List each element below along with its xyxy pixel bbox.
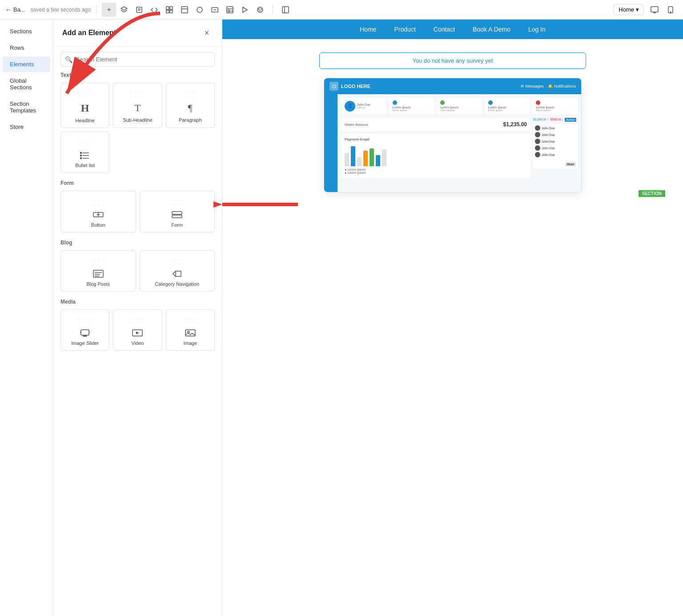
dash-logo-icon: ⬡	[329, 82, 338, 91]
svg-point-32	[80, 155, 82, 156]
nav-contact[interactable]: Contact	[434, 26, 455, 33]
image-slider-icon	[80, 329, 90, 337]
close-panel-button[interactable]: ×	[201, 27, 213, 39]
site-preview: Home Product Contact Book A Demo Log In …	[222, 20, 683, 616]
canvas-area: Home Product Contact Book A Demo Log In …	[222, 20, 683, 616]
shape-btn[interactable]	[193, 3, 207, 17]
dash-stat-4: Lorem Ipsum lorem ipsum	[532, 98, 578, 114]
add-element-panel: Add an Element × 🔍 Text · · · ·· · · · H…	[53, 20, 222, 616]
sub-headline-label: Sub-Headline	[123, 117, 153, 123]
svg-point-20	[257, 7, 263, 12]
video-element[interactable]: · · · ·· · · · Video	[113, 309, 162, 351]
desktop-view-btn[interactable]	[647, 3, 662, 17]
svg-point-29	[670, 12, 671, 12]
stat-4-label: Lorem Ipsum	[536, 106, 574, 109]
chevron-down-icon: ▾	[636, 6, 639, 13]
headline-element[interactable]: · · · ·· · · · H Headline	[60, 83, 109, 128]
stat-1-sub: lorem ipsum	[393, 109, 431, 112]
form-btn[interactable]	[208, 3, 222, 17]
user-dot-1	[535, 125, 540, 131]
nav-product[interactable]: Product	[394, 26, 416, 33]
dash-header: ⬡ LOGO HERE ✉ Messages 🔔 Notifications	[324, 78, 581, 94]
form-element[interactable]: · · · ·· · · · Form	[140, 191, 215, 232]
form-elements-grid: · · · ·· · · · Button · · · ·· · · ·	[60, 191, 215, 232]
survey-banner-text: You do not have any survey yet	[413, 57, 493, 64]
sidebar-item-section-templates[interactable]: Section Templates	[3, 96, 50, 118]
grid-btn[interactable]	[162, 3, 177, 17]
layout-btn[interactable]	[177, 3, 192, 17]
dash-wallet: Wallet Balance $1,235.00	[341, 118, 530, 131]
user-dot-5	[535, 152, 540, 157]
search-icon: 🔍	[65, 56, 72, 63]
pages-btn[interactable]	[132, 3, 146, 17]
text-category-label: Text	[60, 72, 215, 78]
dash-left-col: Wallet Balance $1,235.00 Payment Graph	[341, 118, 530, 178]
stat-dot-2	[440, 100, 445, 105]
sidebar-toggle-btn[interactable]	[278, 3, 293, 17]
media-btn[interactable]	[238, 3, 252, 17]
video-icon	[132, 329, 143, 337]
sidebar-item-rows[interactable]: Rows	[3, 40, 50, 56]
blog-elements-grid: · · · ·· · · · Blog Posts · · · ·· · · ·	[60, 250, 215, 292]
sub-headline-element[interactable]: · · · ·· · · · T Sub-Headline	[113, 83, 162, 128]
dots-pattern: · · · ·· · · ·	[170, 198, 184, 207]
emoji-btn[interactable]	[253, 3, 267, 17]
bullet-list-icon	[80, 151, 90, 159]
bar-6	[376, 155, 380, 166]
legend-1: ● Lorem Ipsum	[345, 168, 527, 171]
paragraph-element[interactable]: · · · ·· · · · ¶ Paragraph	[166, 83, 215, 128]
bar-5	[370, 148, 374, 166]
nav-home[interactable]: Home	[360, 26, 376, 33]
stat-4-sub: lorem ipsum	[536, 109, 574, 112]
sub-headline-icon: T	[135, 102, 141, 114]
add-element-toolbar-btn[interactable]: +	[102, 3, 116, 17]
svg-rect-3	[137, 7, 142, 12]
user-avatar: 👤	[345, 101, 355, 112]
user-row-5: John Doe	[535, 152, 576, 157]
blog-category-label: Blog	[60, 240, 215, 246]
svg-rect-23	[282, 7, 289, 13]
mobile-view-btn[interactable]	[663, 3, 678, 17]
video-label: Video	[132, 340, 144, 346]
table-btn[interactable]	[223, 3, 237, 17]
bullet-list-label: Bullet list	[75, 163, 95, 168]
dots-pattern: · · · ·· · · ·	[184, 317, 197, 325]
legend-2: ● Lorem Ipsum	[345, 171, 527, 174]
blog-posts-element[interactable]: · · · ·· · · · Blog Posts	[60, 250, 136, 292]
action-btn: Action	[565, 118, 576, 122]
paragraph-label: Paragraph	[179, 117, 201, 123]
nav-book-demo[interactable]: Book A Demo	[473, 26, 510, 33]
bar-7	[382, 149, 386, 166]
back-button[interactable]: ← Ba...	[5, 6, 25, 13]
svg-rect-6	[166, 7, 169, 9]
dash-right-col: $1,200.M ↑ $500.M ↓ Action John Doe	[533, 118, 578, 178]
dots-pattern: · · · ·· · · ·	[170, 258, 184, 266]
svg-rect-46	[81, 330, 89, 335]
sidebar-item-global-sections[interactable]: Global Sections	[3, 73, 50, 95]
sidebar-item-store[interactable]: Store	[3, 119, 50, 135]
sidebar-item-sections[interactable]: Sections	[3, 24, 50, 39]
svg-marker-53	[136, 332, 139, 334]
nav-login[interactable]: Log In	[528, 26, 546, 33]
category-navigation-element[interactable]: · · · ·· · · · Category Navigation	[140, 250, 215, 292]
search-box: 🔍	[60, 52, 215, 67]
back-arrow-icon: ←	[5, 6, 12, 13]
svg-point-22	[261, 8, 262, 9]
image-element[interactable]: · · · ·· · · · Image	[166, 309, 215, 351]
search-input[interactable]	[60, 52, 215, 67]
image-slider-element[interactable]: · · · ·· · · · Image Slider	[60, 309, 109, 351]
image-label: Image	[184, 340, 197, 346]
sidebar-item-elements[interactable]: Elements	[3, 56, 50, 72]
bullet-list-element[interactable]: · · · ·· · · · Bullet list	[60, 132, 109, 173]
headline-icon: H	[81, 102, 89, 114]
dash-main: 👤 John Doe Admin Lorem Ipsum lor	[337, 94, 581, 192]
dash-logo: ⬡ LOGO HERE	[329, 82, 370, 91]
page-selector[interactable]: Home ▾	[614, 4, 644, 15]
code-btn[interactable]	[147, 3, 161, 17]
button-element[interactable]: · · · ·· · · · Button	[60, 191, 136, 232]
layers-btn[interactable]	[117, 3, 131, 17]
stat-2-label: Lorem Ipsum	[440, 106, 478, 109]
user-row-3: John Doe	[535, 139, 576, 144]
media-category-label: Media	[60, 299, 215, 305]
text-elements-grid: · · · ·· · · · H Headline · · · ·· · · ·…	[60, 83, 215, 173]
